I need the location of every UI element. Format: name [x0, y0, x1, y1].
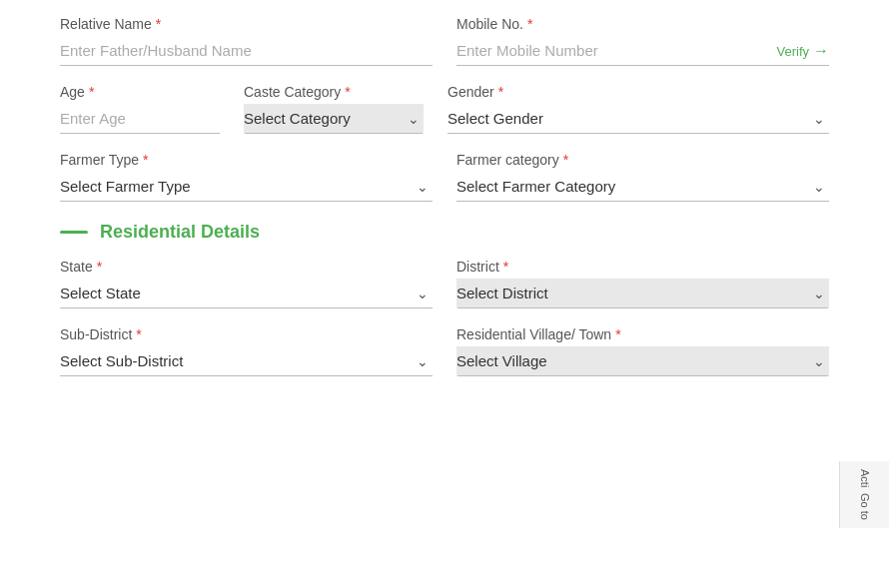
- field-relative-name: Relative Name *: [60, 16, 433, 66]
- field-farmer-category: Farmer category * Select Farmer Category…: [456, 152, 829, 202]
- required-star-mobile: *: [527, 16, 532, 32]
- label-district: District *: [456, 259, 829, 275]
- required-star-state: *: [97, 259, 102, 275]
- required-star-relative: *: [156, 16, 161, 32]
- field-district: District * Select District ⌄: [456, 259, 829, 308]
- row-age-caste-gender: Age * Caste Category * Select Category G…: [60, 84, 829, 134]
- select-farmer-category[interactable]: Select Farmer Category Individual Group: [456, 172, 829, 201]
- label-mobile-no: Mobile No. *: [456, 16, 829, 32]
- label-farmer-category: Farmer category *: [456, 152, 829, 168]
- select-wrapper-village: Select Village ⌄: [456, 346, 829, 376]
- select-village[interactable]: Select Village: [456, 346, 829, 375]
- select-state[interactable]: Select State: [60, 279, 433, 307]
- select-wrapper-district: Select District ⌄: [456, 279, 829, 308]
- section-residential-divider: Residential Details: [60, 222, 829, 243]
- required-star-farmer-type: *: [143, 152, 148, 168]
- select-farmer-type[interactable]: Select Farmer Type Small Marginal Large: [60, 172, 433, 201]
- input-mobile-no[interactable]: [456, 36, 829, 66]
- select-wrapper-state: Select State ⌄: [60, 279, 433, 308]
- select-wrapper-farmer-type: Select Farmer Type Small Marginal Large …: [60, 172, 433, 202]
- field-sub-district: Sub-District * Select Sub-District ⌄: [60, 326, 433, 376]
- select-wrapper-farmer-category: Select Farmer Category Individual Group …: [456, 172, 829, 202]
- select-wrapper-caste: Select Category General OBC SC ST ⌄: [244, 104, 424, 134]
- action-panel: Acti Go to: [839, 461, 889, 528]
- verify-button[interactable]: Verify →: [776, 42, 829, 60]
- row-subdistrict-village: Sub-District * Select Sub-District ⌄ Res…: [60, 326, 829, 376]
- field-age: Age *: [60, 84, 220, 134]
- label-relative-name: Relative Name *: [60, 16, 433, 32]
- required-star-age: *: [89, 84, 94, 100]
- page-container: Relative Name * Mobile No. * Verify → Ag…: [0, 0, 889, 588]
- row-farmer-type-category: Farmer Type * Select Farmer Type Small M…: [60, 152, 829, 202]
- label-gender: Gender *: [447, 84, 829, 100]
- label-farmer-type: Farmer Type *: [60, 152, 433, 168]
- required-star-gender: *: [498, 84, 503, 100]
- field-gender: Gender * Select Gender Male Female Other…: [447, 84, 829, 134]
- select-gender[interactable]: Select Gender Male Female Other: [447, 104, 829, 133]
- select-caste-category[interactable]: Select Category General OBC SC ST: [244, 104, 424, 133]
- input-age[interactable]: [60, 104, 220, 134]
- input-relative-name[interactable]: [60, 36, 433, 66]
- select-district[interactable]: Select District: [456, 279, 829, 307]
- label-sub-district: Sub-District *: [60, 326, 433, 342]
- field-state: State * Select State ⌄: [60, 259, 433, 308]
- verify-arrow-icon: →: [813, 42, 829, 60]
- row-state-district: State * Select State ⌄ District * Select…: [60, 259, 829, 308]
- field-caste-category: Caste Category * Select Category General…: [244, 84, 424, 134]
- required-star-district: *: [503, 259, 508, 275]
- select-wrapper-sub-district: Select Sub-District ⌄: [60, 346, 433, 376]
- acti-label: Acti: [859, 469, 871, 487]
- go-to-label: Go to: [859, 493, 871, 520]
- label-caste-category: Caste Category *: [244, 84, 424, 100]
- required-star-village: *: [615, 326, 620, 342]
- label-village: Residential Village/ Town *: [456, 326, 829, 342]
- label-state: State *: [60, 259, 433, 275]
- field-farmer-type: Farmer Type * Select Farmer Type Small M…: [60, 152, 433, 202]
- select-sub-district[interactable]: Select Sub-District: [60, 346, 433, 375]
- select-wrapper-gender: Select Gender Male Female Other ⌄: [447, 104, 829, 134]
- section-title-residential: Residential Details: [100, 222, 260, 243]
- required-star-farmer-category: *: [563, 152, 568, 168]
- field-village: Residential Village/ Town * Select Villa…: [456, 326, 829, 376]
- label-age: Age *: [60, 84, 220, 100]
- row-relative-mobile: Relative Name * Mobile No. * Verify →: [60, 16, 829, 66]
- required-star-caste: *: [345, 84, 350, 100]
- field-mobile-no: Mobile No. * Verify →: [456, 16, 829, 66]
- required-star-sub-district: *: [136, 326, 141, 342]
- divider-line: [60, 231, 88, 234]
